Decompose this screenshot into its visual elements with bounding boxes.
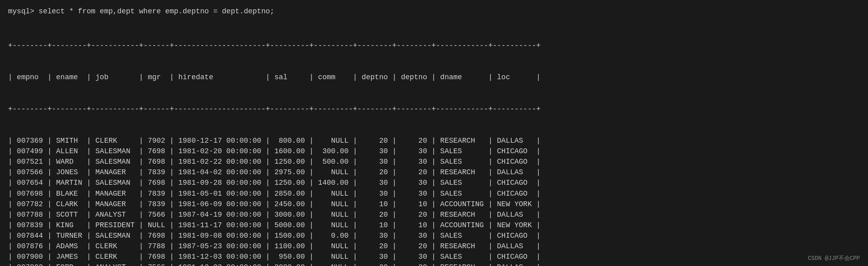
table-row: | 007654 | MARTIN | SALESMAN | 7698 | 19… [8, 177, 860, 188]
header-separator: +--------+--------+-----------+------+--… [8, 104, 860, 114]
table-row: | 007900 | JAMES | CLERK | 7698 | 1981-1… [8, 251, 860, 262]
table-row: | 007876 | ADAMS | CLERK | 7788 | 1987-0… [8, 241, 860, 251]
table-row: | 007788 | SCOTT | ANALYST | 7566 | 1987… [8, 209, 860, 220]
table-row: | 007844 | TURNER | SALESMAN | 7698 | 19… [8, 230, 860, 241]
table-row: | 007369 | SMITH | CLERK | 7902 | 1980-1… [8, 135, 860, 146]
table-container: +--------+--------+-----------+------+--… [8, 19, 860, 266]
table-row: | 007521 | WARD | SALESMAN | 7698 | 1981… [8, 156, 860, 167]
table-row: | 007698 | BLAKE | MANAGER | 7839 | 1981… [8, 188, 860, 199]
command-line: mysql> select * from emp,dept where emp.… [8, 7, 860, 15]
table-row: | 007839 | KING | PRESIDENT | NULL | 198… [8, 220, 860, 230]
data-rows: | 007369 | SMITH | CLERK | 7902 | 1980-1… [8, 135, 860, 266]
watermark: CSDN @JJP不会CPP [808, 255, 860, 262]
table-row: | 007566 | JONES | MANAGER | 7839 | 1981… [8, 167, 860, 177]
table-row: | 007499 | ALLEN | SALESMAN | 7698 | 198… [8, 146, 860, 156]
table-row: | 007902 | FORD | ANALYST | 7566 | 1981-… [8, 262, 860, 266]
table-row: | 007782 | CLARK | MANAGER | 7839 | 1981… [8, 199, 860, 209]
header-row: | empno | ename | job | mgr | hiredate |… [8, 72, 860, 82]
top-separator: +--------+--------+-----------+------+--… [8, 40, 860, 51]
